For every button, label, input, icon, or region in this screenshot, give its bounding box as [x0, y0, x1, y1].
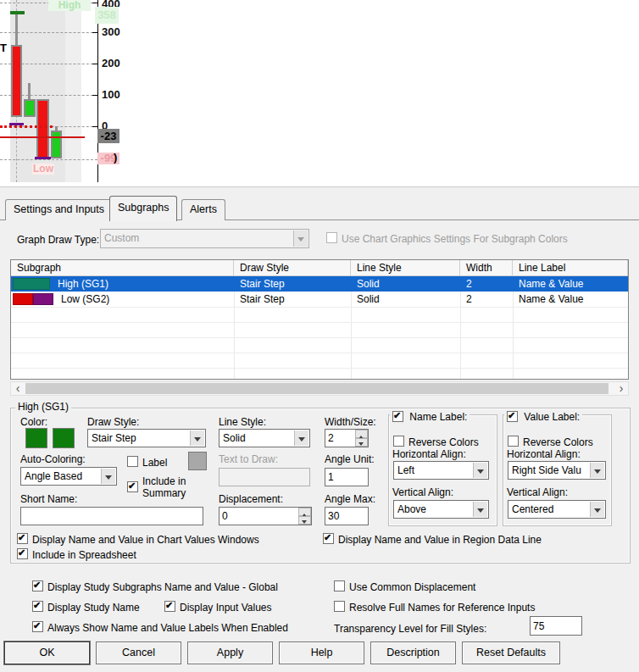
display-region-data-checkbox[interactable] [323, 533, 334, 544]
use-chart-graphics-checkbox [326, 232, 337, 243]
angle-unit-label: Angle Unit: [325, 453, 375, 465]
gridline [0, 159, 97, 160]
ok-button[interactable]: OK [4, 641, 90, 664]
text-to-draw-label: Text to Draw: [219, 453, 278, 465]
column-header-draw-style[interactable]: Draw Style [234, 260, 351, 276]
always-show-labels-checkbox[interactable] [32, 621, 43, 632]
tab-subgraphs[interactable]: Subgraphs [109, 196, 177, 221]
value-horizontal-align-label: Horizontal Align: [507, 448, 581, 460]
resolve-full-names-checkbox[interactable] [334, 601, 345, 612]
alert-line [0, 136, 85, 138]
name-horizontal-align-select[interactable]: Left [393, 461, 489, 480]
session-band [65, 0, 81, 182]
value-label-checkbox[interactable] [507, 411, 518, 422]
displacement-stepper[interactable] [219, 507, 312, 525]
column-header-subgraph[interactable]: Subgraph [11, 260, 234, 276]
chevron-down-icon[interactable] [101, 469, 115, 484]
color-swatch-button[interactable] [53, 428, 75, 448]
displacement-label: Displacement: [219, 493, 283, 505]
name-vertical-align-select[interactable]: Above [393, 500, 489, 519]
spin-down-icon[interactable] [355, 438, 368, 447]
line-style-select[interactable]: Solid [219, 429, 310, 447]
axis-label: 300 [102, 26, 120, 38]
name-label-checkbox[interactable] [392, 411, 403, 422]
help-button[interactable]: Help [279, 641, 364, 664]
reset-defaults-button[interactable]: Reset Defaults [462, 641, 560, 664]
clipped-text: T [0, 42, 7, 54]
short-name-label: Short Name: [20, 493, 77, 505]
draw-style-select[interactable]: Stair Step [87, 429, 206, 447]
value-vertical-align-value: Centered [512, 503, 590, 516]
column-header-line-style[interactable]: Line Style [351, 260, 460, 276]
table-row-high-sg1[interactable]: High (SG1) Stair Step Solid 2 Name & Val… [11, 276, 628, 292]
transparency-input[interactable] [530, 616, 582, 636]
axis-label: 200 [102, 58, 120, 69]
value-vertical-align-select[interactable]: Centered [508, 500, 606, 519]
use-common-displacement-label: Use Common Displacement [349, 581, 475, 593]
label-checkbox[interactable] [127, 456, 138, 467]
width-size-stepper[interactable] [325, 429, 369, 447]
label-color-swatch-button[interactable] [188, 452, 207, 470]
scrollbar-thumb[interactable] [25, 383, 608, 394]
display-subgraphs-global-checkbox[interactable] [32, 580, 43, 591]
axis-tick [92, 95, 98, 96]
include-in-summary-checkbox[interactable] [127, 481, 138, 492]
column-header-width[interactable]: Width [460, 260, 513, 276]
tab-alerts[interactable]: Alerts [181, 199, 225, 220]
candle-red [36, 99, 49, 158]
spin-up-icon[interactable] [355, 430, 368, 438]
subgraph-settings-group-title: High (SG1) [15, 402, 71, 413]
use-common-displacement-checkbox[interactable] [334, 580, 345, 591]
table-horizontal-scrollbar[interactable]: ‹ › [10, 381, 629, 396]
row-line [11, 322, 628, 323]
angle-max-input[interactable] [325, 507, 369, 525]
description-button[interactable]: Description [370, 641, 456, 664]
table-row-low-sg2[interactable]: Low (SG2) Stair Step Solid 2 Name & Valu… [11, 292, 628, 307]
candle-close-tick [35, 157, 51, 159]
chevron-down-icon[interactable] [473, 502, 487, 517]
name-vertical-align-value: Above [397, 503, 473, 516]
value-reverse-colors-checkbox[interactable] [508, 436, 519, 447]
screen: { "chart": { "y_axis": ["400", "300", "2… [0, 0, 639, 672]
axis-tick [92, 32, 98, 33]
cell-width: 2 [460, 292, 513, 307]
chevron-down-icon[interactable] [590, 463, 604, 478]
display-input-values-checkbox[interactable] [164, 601, 175, 612]
display-subgraphs-global-label: Display Study Subgraphs Name and Value -… [47, 581, 278, 593]
auto-coloring-select[interactable]: Angle Based [20, 467, 117, 486]
name-reverse-colors-checkbox[interactable] [393, 436, 404, 447]
tab-settings-and-inputs[interactable]: Settings and Inputs [5, 199, 113, 220]
cell-width: 2 [460, 276, 513, 292]
resolve-full-names-label: Resolve Full Names for Reference Inputs [349, 602, 535, 614]
customize-study-dialog: Settings and Inputs Subgraphs Alerts Gra… [0, 186, 639, 672]
display-chart-values-checkbox[interactable] [17, 533, 28, 544]
include-spreadsheet-checkbox[interactable] [17, 548, 28, 559]
chevron-down-icon[interactable] [294, 430, 308, 446]
chevron-down-icon[interactable] [473, 463, 487, 478]
transparency-label: Transparency Level for Fill Styles: [334, 623, 486, 635]
cell-line-style: Solid [351, 292, 460, 307]
cancel-button[interactable]: Cancel [96, 641, 181, 664]
spin-down-icon[interactable] [298, 516, 311, 525]
color-swatch-button[interactable] [25, 428, 47, 448]
scroll-left-icon[interactable]: ‹ [11, 382, 25, 395]
line-color-swatch [13, 293, 33, 305]
subgraph-table: Subgraph Draw Style Line Style Width Lin… [10, 259, 629, 380]
chevron-down-icon[interactable] [190, 430, 204, 446]
value-horizontal-align-select[interactable]: Right Side Valu [508, 461, 606, 480]
value-reverse-colors-label: Reverse Colors [523, 436, 593, 448]
short-name-input[interactable] [20, 507, 203, 525]
display-study-name-checkbox[interactable] [32, 601, 43, 612]
spin-up-icon[interactable] [298, 508, 311, 516]
chevron-down-icon[interactable] [590, 502, 604, 517]
scroll-right-icon[interactable]: › [614, 382, 628, 395]
axis-tick [92, 3, 98, 3]
angle-unit-input[interactable] [325, 468, 369, 486]
candle-green [24, 99, 36, 117]
high-value-badge: 358 [95, 7, 119, 24]
row-line [11, 337, 628, 338]
column-header-line-label[interactable]: Line Label [513, 260, 628, 276]
name-reverse-colors-label: Reverse Colors [408, 436, 479, 448]
apply-button[interactable]: Apply [187, 641, 273, 664]
draw-style-label: Draw Style: [87, 416, 139, 428]
